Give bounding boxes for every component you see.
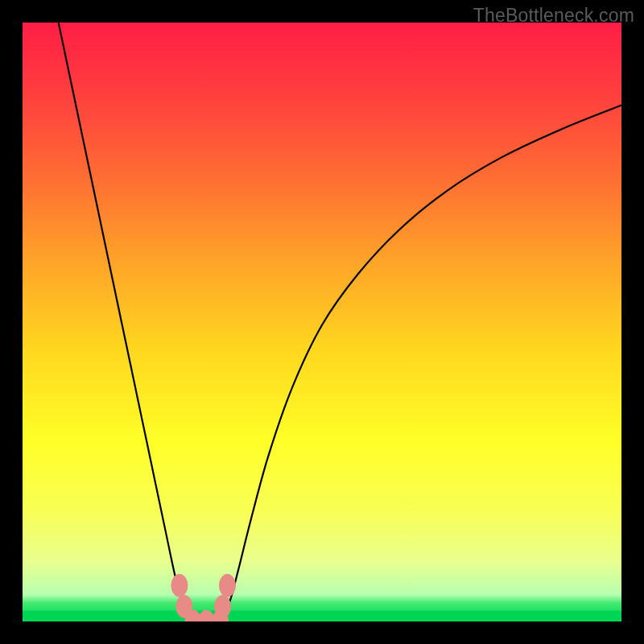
chart-svg <box>23 23 621 621</box>
green-band <box>23 611 621 621</box>
watermark-text: TheBottleneck.com <box>473 5 634 27</box>
gradient-bg <box>23 23 621 621</box>
plot-area <box>23 23 621 621</box>
marker-right-upper <box>219 574 235 597</box>
chart-frame: TheBottleneck.com <box>0 0 644 644</box>
marker-left-upper <box>171 574 188 597</box>
